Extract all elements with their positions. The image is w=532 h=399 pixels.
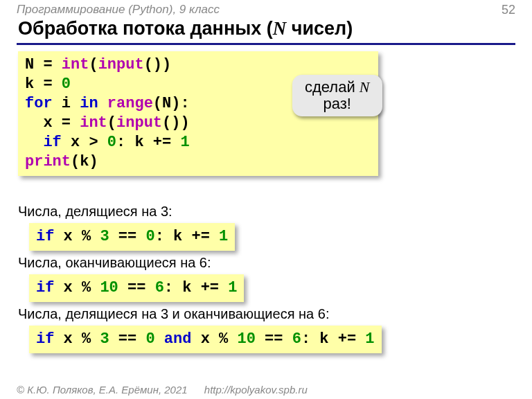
code: 3 (100, 330, 109, 348)
code (98, 95, 107, 112)
code: for (25, 95, 53, 112)
code: 0 (145, 228, 154, 245)
course-header: Программирование (Python), 9 класс (17, 3, 220, 17)
footer-copy: © К.Ю. Поляков, Е.А. Ерёмин, 2021 (17, 384, 188, 396)
code: 10 (100, 279, 118, 296)
code: print (25, 153, 71, 170)
title-underline (17, 43, 515, 45)
code: N = (25, 56, 62, 73)
code: 10 (237, 330, 255, 348)
code: ()) (144, 56, 172, 73)
code: range (107, 95, 153, 112)
code: and (155, 330, 201, 348)
code: x % (54, 330, 100, 348)
code-both: if x % 3 == 0 and x % 10 == 6: k += 1 (29, 326, 382, 353)
code: 3 (100, 228, 109, 245)
code: 1 (228, 279, 237, 296)
code: i (53, 95, 80, 112)
code: input (116, 114, 162, 132)
label-div-by-3: Числа, делящиеся на 3: (18, 204, 172, 220)
code: == (118, 279, 155, 296)
callout-line2: раз! (323, 95, 351, 112)
code: ( (89, 56, 98, 73)
footer-link[interactable]: http://kpolyakov.spb.ru (204, 384, 308, 396)
code: int (80, 114, 107, 132)
code: if (36, 228, 54, 245)
code: x % (201, 330, 238, 348)
code: int (62, 56, 89, 73)
page-number: 52 (502, 3, 515, 17)
code: 0 (145, 330, 154, 348)
code: 1 (180, 134, 189, 151)
callout-bubble: сделай N раз! (292, 75, 382, 116)
code: (k) (71, 153, 98, 170)
code: (N): (153, 95, 190, 112)
code: : k += (301, 330, 365, 348)
code-ends-6: if x % 10 == 6: k += 1 (29, 274, 244, 302)
code: 0 (62, 76, 71, 93)
code: : k += (164, 279, 228, 296)
code: in (80, 95, 98, 112)
code: 1 (219, 228, 228, 245)
code: if (25, 134, 62, 151)
code: input (98, 56, 144, 73)
code: 0 (107, 134, 116, 151)
code: 1 (365, 330, 374, 348)
footer: © К.Ю. Поляков, Е.А. Ерёмин, 2021 http:/… (17, 384, 308, 396)
code: k = (25, 76, 62, 93)
title-prefix: Обработка потока данных ( (18, 18, 273, 39)
code: == (256, 330, 292, 348)
slide-title: Обработка потока данных (N чисел) (18, 18, 353, 39)
code: x % (54, 228, 100, 245)
code: == (109, 330, 146, 348)
title-var: N (273, 18, 287, 39)
callout-line1a: сделай (305, 78, 360, 96)
code: : k += (116, 134, 180, 151)
code: ( (107, 114, 116, 132)
code: x = (25, 114, 80, 132)
label-both: Числа, делящиеся на 3 и оканчивающиеся н… (18, 306, 329, 322)
code: x > (62, 134, 107, 151)
title-suffix: чисел) (286, 18, 353, 39)
code: : k += (155, 228, 219, 245)
code: if (36, 330, 54, 348)
code: 6 (155, 279, 164, 296)
label-ends-6: Числа, оканчивающиеся на 6: (18, 255, 211, 271)
code: x % (54, 279, 100, 296)
code-div-by-3: if x % 3 == 0: k += 1 (29, 223, 235, 251)
code: 6 (292, 330, 301, 348)
code: ()) (162, 114, 190, 132)
callout-var: N (360, 78, 370, 96)
code: == (109, 228, 146, 245)
code: if (36, 279, 54, 296)
